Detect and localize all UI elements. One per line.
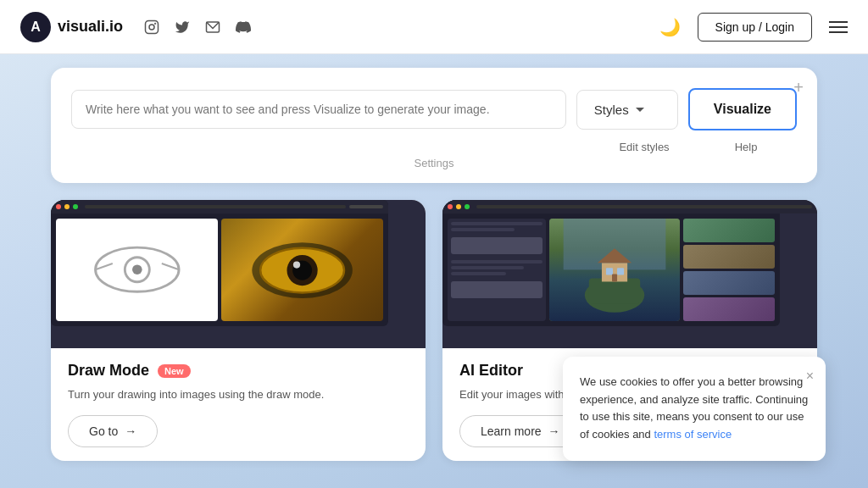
draw-mode-arrow: →	[125, 424, 136, 438]
svg-rect-17	[589, 278, 640, 303]
social-icons	[143, 19, 252, 36]
ai-mockup	[442, 200, 780, 326]
draw-mode-card: Draw Mode New Turn your drawing into ima…	[51, 200, 426, 461]
svg-line-7	[95, 263, 112, 269]
search-actions: Edit styles Help	[71, 141, 797, 153]
settings-label[interactable]: Settings	[415, 157, 454, 169]
ai-editor-image	[442, 200, 817, 348]
svg-rect-20	[606, 268, 613, 274]
styles-dropdown[interactable]: Styles	[576, 90, 678, 130]
svg-point-13	[293, 261, 300, 268]
chevron-down-icon	[636, 108, 644, 112]
prompt-input[interactable]	[71, 90, 566, 129]
terms-of-service-link[interactable]: terms of service	[654, 428, 732, 441]
logo-icon: A	[20, 12, 51, 42]
styles-label: Styles	[594, 103, 629, 117]
cookie-banner: × We use cookies to offer you a better b…	[563, 357, 826, 461]
svg-line-8	[161, 263, 178, 269]
draw-mode-desc: Turn your drawing into images using the …	[68, 386, 409, 403]
svg-point-2	[155, 23, 156, 24]
search-card: + Styles Visualize Edit styles Help Sett…	[51, 68, 817, 183]
logo-area[interactable]: A visuali.io	[20, 12, 123, 42]
draw-mode-title-row: Draw Mode New	[68, 362, 409, 380]
ai-main-image	[549, 219, 680, 321]
signup-button[interactable]: Sign up / Login	[698, 13, 812, 42]
search-row: Styles Visualize	[71, 88, 797, 130]
ai-editor-title: AI Editor	[459, 362, 523, 380]
svg-point-6	[132, 265, 142, 275]
svg-rect-0	[146, 20, 159, 33]
ai-editor-arrow: →	[548, 424, 560, 438]
discord-icon[interactable]	[235, 19, 252, 36]
draw-mode-title: Draw Mode	[68, 362, 149, 380]
nav-right: 🌙 Sign up / Login	[659, 13, 848, 42]
svg-point-1	[149, 25, 154, 30]
new-badge: New	[158, 364, 191, 378]
dark-mode-icon[interactable]: 🌙	[659, 17, 681, 37]
menu-icon[interactable]	[829, 21, 848, 33]
draw-mode-button-label: Go to	[89, 424, 118, 438]
add-icon[interactable]: +	[793, 78, 804, 97]
edit-styles-link[interactable]: Edit styles	[593, 141, 695, 153]
draw-panel	[56, 219, 218, 321]
ai-editor-button-label: Learn more	[481, 424, 542, 438]
settings-row: Settings	[71, 153, 797, 169]
svg-rect-21	[617, 268, 624, 274]
twitter-icon[interactable]	[174, 19, 191, 36]
brand-name: visuali.io	[58, 18, 123, 36]
help-link[interactable]: Help	[695, 141, 797, 153]
draw-mockup	[51, 200, 388, 326]
svg-rect-22	[612, 274, 617, 281]
navbar: A visuali.io 🌙 Sign up / Login	[0, 0, 868, 54]
instagram-icon[interactable]	[143, 19, 160, 36]
cookie-close-button[interactable]: ×	[806, 365, 814, 387]
draw-mode-button[interactable]: Go to →	[68, 415, 158, 447]
draw-mode-image	[51, 200, 426, 348]
ai-thumbnails	[683, 219, 775, 321]
draw-mode-body: Draw Mode New Turn your drawing into ima…	[51, 348, 426, 461]
ai-sidebar	[448, 219, 546, 321]
draw-result-panel	[221, 219, 383, 321]
visualize-button[interactable]: Visualize	[688, 88, 797, 130]
mail-icon[interactable]	[204, 19, 221, 36]
